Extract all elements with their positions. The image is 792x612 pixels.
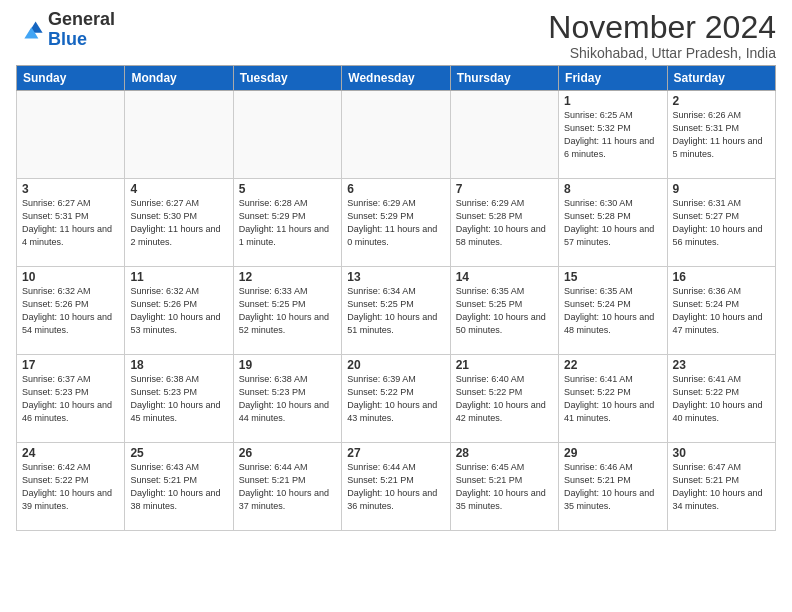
calendar-cell: 25Sunrise: 6:43 AM Sunset: 5:21 PM Dayli… [125,443,233,531]
calendar-cell: 22Sunrise: 6:41 AM Sunset: 5:22 PM Dayli… [559,355,667,443]
day-info: Sunrise: 6:44 AM Sunset: 5:21 PM Dayligh… [239,461,336,513]
day-number: 15 [564,270,661,284]
day-number: 12 [239,270,336,284]
calendar-cell: 19Sunrise: 6:38 AM Sunset: 5:23 PM Dayli… [233,355,341,443]
day-info: Sunrise: 6:26 AM Sunset: 5:31 PM Dayligh… [673,109,770,161]
col-sunday: Sunday [17,66,125,91]
calendar-cell: 10Sunrise: 6:32 AM Sunset: 5:26 PM Dayli… [17,267,125,355]
day-info: Sunrise: 6:35 AM Sunset: 5:25 PM Dayligh… [456,285,553,337]
day-info: Sunrise: 6:25 AM Sunset: 5:32 PM Dayligh… [564,109,661,161]
calendar-cell [17,91,125,179]
day-info: Sunrise: 6:41 AM Sunset: 5:22 PM Dayligh… [673,373,770,425]
calendar-week-0: 1Sunrise: 6:25 AM Sunset: 5:32 PM Daylig… [17,91,776,179]
page: General Blue November 2024 Shikohabad, U… [0,0,792,539]
calendar-cell: 29Sunrise: 6:46 AM Sunset: 5:21 PM Dayli… [559,443,667,531]
day-number: 11 [130,270,227,284]
calendar-cell: 14Sunrise: 6:35 AM Sunset: 5:25 PM Dayli… [450,267,558,355]
day-info: Sunrise: 6:27 AM Sunset: 5:30 PM Dayligh… [130,197,227,249]
calendar-cell [233,91,341,179]
day-number: 22 [564,358,661,372]
calendar-cell: 5Sunrise: 6:28 AM Sunset: 5:29 PM Daylig… [233,179,341,267]
day-number: 18 [130,358,227,372]
day-number: 17 [22,358,119,372]
day-number: 19 [239,358,336,372]
calendar-week-1: 3Sunrise: 6:27 AM Sunset: 5:31 PM Daylig… [17,179,776,267]
day-number: 27 [347,446,444,460]
day-number: 1 [564,94,661,108]
day-number: 5 [239,182,336,196]
day-info: Sunrise: 6:36 AM Sunset: 5:24 PM Dayligh… [673,285,770,337]
calendar-cell: 26Sunrise: 6:44 AM Sunset: 5:21 PM Dayli… [233,443,341,531]
day-info: Sunrise: 6:43 AM Sunset: 5:21 PM Dayligh… [130,461,227,513]
day-number: 2 [673,94,770,108]
calendar-cell: 9Sunrise: 6:31 AM Sunset: 5:27 PM Daylig… [667,179,775,267]
logo-blue-text: Blue [48,29,87,49]
calendar-cell: 6Sunrise: 6:29 AM Sunset: 5:29 PM Daylig… [342,179,450,267]
day-number: 26 [239,446,336,460]
calendar-cell: 3Sunrise: 6:27 AM Sunset: 5:31 PM Daylig… [17,179,125,267]
calendar-cell: 24Sunrise: 6:42 AM Sunset: 5:22 PM Dayli… [17,443,125,531]
calendar-cell: 13Sunrise: 6:34 AM Sunset: 5:25 PM Dayli… [342,267,450,355]
col-friday: Friday [559,66,667,91]
day-info: Sunrise: 6:28 AM Sunset: 5:29 PM Dayligh… [239,197,336,249]
day-info: Sunrise: 6:41 AM Sunset: 5:22 PM Dayligh… [564,373,661,425]
day-number: 20 [347,358,444,372]
day-info: Sunrise: 6:33 AM Sunset: 5:25 PM Dayligh… [239,285,336,337]
day-info: Sunrise: 6:38 AM Sunset: 5:23 PM Dayligh… [239,373,336,425]
title-area: November 2024 Shikohabad, Uttar Pradesh,… [548,10,776,61]
day-number: 14 [456,270,553,284]
calendar-week-2: 10Sunrise: 6:32 AM Sunset: 5:26 PM Dayli… [17,267,776,355]
day-info: Sunrise: 6:38 AM Sunset: 5:23 PM Dayligh… [130,373,227,425]
col-monday: Monday [125,66,233,91]
day-info: Sunrise: 6:37 AM Sunset: 5:23 PM Dayligh… [22,373,119,425]
col-thursday: Thursday [450,66,558,91]
day-info: Sunrise: 6:29 AM Sunset: 5:29 PM Dayligh… [347,197,444,249]
logo-general-text: General [48,9,115,29]
calendar-week-4: 24Sunrise: 6:42 AM Sunset: 5:22 PM Dayli… [17,443,776,531]
calendar-cell: 21Sunrise: 6:40 AM Sunset: 5:22 PM Dayli… [450,355,558,443]
calendar-cell [450,91,558,179]
day-number: 28 [456,446,553,460]
logo: General Blue [16,10,115,50]
day-info: Sunrise: 6:45 AM Sunset: 5:21 PM Dayligh… [456,461,553,513]
day-info: Sunrise: 6:32 AM Sunset: 5:26 PM Dayligh… [130,285,227,337]
calendar-cell: 7Sunrise: 6:29 AM Sunset: 5:28 PM Daylig… [450,179,558,267]
calendar-cell: 28Sunrise: 6:45 AM Sunset: 5:21 PM Dayli… [450,443,558,531]
day-number: 7 [456,182,553,196]
day-number: 23 [673,358,770,372]
col-tuesday: Tuesday [233,66,341,91]
col-saturday: Saturday [667,66,775,91]
day-number: 3 [22,182,119,196]
calendar-week-3: 17Sunrise: 6:37 AM Sunset: 5:23 PM Dayli… [17,355,776,443]
day-number: 21 [456,358,553,372]
day-info: Sunrise: 6:42 AM Sunset: 5:22 PM Dayligh… [22,461,119,513]
calendar-cell: 1Sunrise: 6:25 AM Sunset: 5:32 PM Daylig… [559,91,667,179]
day-info: Sunrise: 6:32 AM Sunset: 5:26 PM Dayligh… [22,285,119,337]
header: General Blue November 2024 Shikohabad, U… [16,10,776,61]
calendar-cell: 16Sunrise: 6:36 AM Sunset: 5:24 PM Dayli… [667,267,775,355]
calendar-cell: 11Sunrise: 6:32 AM Sunset: 5:26 PM Dayli… [125,267,233,355]
calendar-cell: 23Sunrise: 6:41 AM Sunset: 5:22 PM Dayli… [667,355,775,443]
day-info: Sunrise: 6:29 AM Sunset: 5:28 PM Dayligh… [456,197,553,249]
location-subtitle: Shikohabad, Uttar Pradesh, India [548,45,776,61]
calendar-cell: 18Sunrise: 6:38 AM Sunset: 5:23 PM Dayli… [125,355,233,443]
calendar-cell: 8Sunrise: 6:30 AM Sunset: 5:28 PM Daylig… [559,179,667,267]
calendar-cell: 17Sunrise: 6:37 AM Sunset: 5:23 PM Dayli… [17,355,125,443]
day-number: 16 [673,270,770,284]
calendar-cell: 4Sunrise: 6:27 AM Sunset: 5:30 PM Daylig… [125,179,233,267]
day-info: Sunrise: 6:27 AM Sunset: 5:31 PM Dayligh… [22,197,119,249]
day-number: 29 [564,446,661,460]
day-number: 24 [22,446,119,460]
day-info: Sunrise: 6:31 AM Sunset: 5:27 PM Dayligh… [673,197,770,249]
day-info: Sunrise: 6:47 AM Sunset: 5:21 PM Dayligh… [673,461,770,513]
calendar-cell: 2Sunrise: 6:26 AM Sunset: 5:31 PM Daylig… [667,91,775,179]
col-wednesday: Wednesday [342,66,450,91]
day-info: Sunrise: 6:46 AM Sunset: 5:21 PM Dayligh… [564,461,661,513]
day-info: Sunrise: 6:30 AM Sunset: 5:28 PM Dayligh… [564,197,661,249]
calendar-cell: 27Sunrise: 6:44 AM Sunset: 5:21 PM Dayli… [342,443,450,531]
day-info: Sunrise: 6:39 AM Sunset: 5:22 PM Dayligh… [347,373,444,425]
day-number: 4 [130,182,227,196]
day-info: Sunrise: 6:34 AM Sunset: 5:25 PM Dayligh… [347,285,444,337]
calendar-cell: 15Sunrise: 6:35 AM Sunset: 5:24 PM Dayli… [559,267,667,355]
day-number: 10 [22,270,119,284]
